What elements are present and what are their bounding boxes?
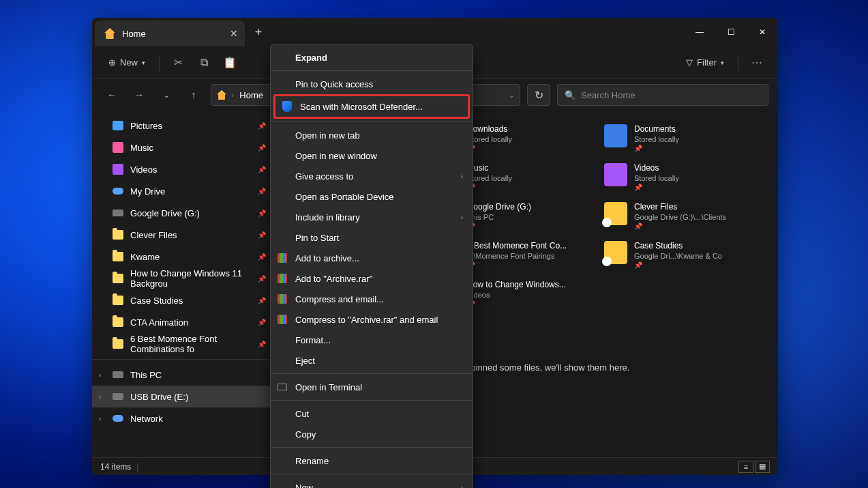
- chevron-right-icon[interactable]: ›: [99, 371, 101, 379]
- tiles-view-icon[interactable]: ▦: [755, 461, 770, 473]
- tab-home[interactable]: Home ✕: [95, 20, 245, 46]
- shield-icon: [282, 101, 292, 112]
- pin-icon: 📌: [258, 319, 266, 326]
- ctx-pin-to-quick-access[interactable]: Pin to Quick access: [271, 74, 473, 94]
- ctx-scan-with-microsoft-defender-[interactable]: Scan with Microsoft Defender...: [275, 96, 468, 117]
- ctx-pin-to-start[interactable]: Pin to Start: [271, 227, 473, 248]
- ctx-open-as-portable-device[interactable]: Open as Portable Device: [271, 186, 473, 207]
- ctx-cut[interactable]: Cut: [271, 403, 473, 424]
- refresh-button[interactable]: ↻: [527, 84, 550, 106]
- search-icon: 🔍: [565, 90, 575, 100]
- ctx-open-in-new-window[interactable]: Open in new window: [271, 145, 473, 166]
- close-button[interactable]: ✕: [747, 18, 778, 46]
- pin-icon: 📌: [258, 275, 266, 283]
- cut-icon[interactable]: ✂: [166, 51, 190, 74]
- pin-icon: 📌: [467, 261, 567, 269]
- ctx-compress-to-archive-rar-and-em[interactable]: Compress to "Archive.rar" and email: [271, 309, 473, 330]
- sidebar-item-my-drive[interactable]: My Drive📌: [92, 180, 273, 202]
- chevron-right-icon[interactable]: ›: [99, 415, 101, 422]
- ctx-give-access-to[interactable]: Give access to›: [271, 166, 473, 186]
- pin-icon: 📌: [467, 184, 512, 191]
- folder-icon: [604, 124, 627, 147]
- sidebar: Pictures📌Music📌Videos📌My Drive📌Google Dr…: [92, 111, 273, 457]
- more-icon[interactable]: ⋯: [745, 51, 768, 74]
- ctx-add-to-archive-rar-[interactable]: Add to "Archive.rar": [271, 268, 473, 289]
- sidebar-item-google-drive-g-[interactable]: Google Drive (G:)📌: [92, 202, 273, 224]
- term-icon: [278, 384, 287, 390]
- window-controls: — ☐ ✕: [684, 18, 778, 46]
- tile-case-studies[interactable]: Case Studies Google Dri...\Kwame & Co 📌: [604, 241, 751, 269]
- folder-icon: [604, 163, 627, 186]
- ctx-open-in-new-tab[interactable]: Open in new tab: [271, 125, 473, 145]
- pin-icon: 📌: [634, 184, 679, 191]
- ctx-new[interactable]: New›: [271, 477, 473, 488]
- tile-videos[interactable]: Videos Stored locally 📌: [604, 163, 751, 191]
- sidebar-nav-network[interactable]: ›Network: [92, 407, 273, 429]
- sidebar-item-clever-files[interactable]: Clever Files📌: [92, 224, 273, 246]
- back-button[interactable]: ←: [102, 85, 122, 105]
- titlebar: Home ✕ + — ☐ ✕: [92, 18, 778, 46]
- sidebar-item-case-studies[interactable]: Case Studies📌: [92, 289, 273, 311]
- context-menu: ExpandPin to Quick accessScan with Micro…: [270, 44, 473, 488]
- ctx-compress-and-email-[interactable]: Compress and email...: [271, 289, 473, 309]
- pin-icon: 📌: [634, 145, 679, 152]
- sidebar-item-kwame[interactable]: Kwame📌: [92, 246, 273, 268]
- ctx-open-in-terminal[interactable]: Open in Terminal: [271, 377, 473, 397]
- pin-icon: 📌: [258, 144, 266, 152]
- ctx-rename[interactable]: Rename: [271, 450, 473, 471]
- minimize-button[interactable]: —: [684, 18, 715, 46]
- chevron-right-icon: ›: [461, 214, 463, 221]
- item-count: 14 items: [100, 462, 131, 472]
- copy-icon[interactable]: ⧉: [192, 51, 215, 74]
- filter-label: Filter: [697, 57, 717, 68]
- sidebar-item-cta-animation[interactable]: CTA Animation📌: [92, 311, 273, 333]
- sidebar-item-music[interactable]: Music📌: [92, 137, 273, 158]
- search-input[interactable]: 🔍 Search Home: [557, 84, 768, 106]
- pin-icon: 📌: [634, 223, 726, 230]
- close-tab-icon[interactable]: ✕: [230, 28, 238, 39]
- up-button[interactable]: ↑: [183, 85, 204, 105]
- sidebar-item-videos[interactable]: Videos📌: [92, 158, 273, 180]
- new-tab-button[interactable]: +: [245, 18, 272, 46]
- sidebar-nav-this-pc[interactable]: ›This PC: [92, 364, 273, 386]
- sidebar-item-pictures[interactable]: Pictures📌: [92, 115, 273, 137]
- archive-icon: [278, 253, 287, 263]
- archive-icon: [278, 315, 287, 324]
- chevron-down-icon: ▾: [142, 59, 145, 66]
- pin-icon: 📌: [467, 223, 531, 230]
- chevron-right-icon[interactable]: ›: [99, 393, 101, 401]
- new-button-label: New: [120, 57, 138, 68]
- ctx-format-[interactable]: Format...: [271, 330, 473, 350]
- pin-icon: 📌: [634, 261, 722, 269]
- pin-icon: 📌: [258, 210, 266, 217]
- ctx-copy[interactable]: Copy: [271, 424, 473, 444]
- ctx-include-in-library[interactable]: Include in library›: [271, 207, 473, 227]
- chevron-down-icon[interactable]: ⌄: [509, 91, 514, 99]
- plus-circle-icon: ⊕: [108, 57, 116, 68]
- new-button[interactable]: ⊕ New ▾: [102, 53, 152, 72]
- maximize-button[interactable]: ☐: [715, 18, 747, 46]
- pin-icon: 📌: [258, 166, 266, 173]
- sidebar-item-how-to-change-window[interactable]: How to Change Windows 11 Backgrou📌: [92, 268, 273, 289]
- pin-icon: 📌: [258, 231, 266, 239]
- paste-icon[interactable]: 📋: [218, 51, 241, 74]
- ctx-expand[interactable]: Expand: [271, 47, 473, 68]
- tile-documents[interactable]: Documents Stored locally 📌: [604, 124, 751, 152]
- sidebar-item-6-best-momence-font-[interactable]: 6 Best Momence Font Combinations fo📌: [92, 333, 273, 355]
- pin-icon: 📌: [467, 145, 512, 152]
- ctx-eject[interactable]: Eject: [271, 350, 473, 371]
- pin-icon: 📌: [258, 253, 266, 261]
- chevron-right-icon: ›: [461, 484, 463, 489]
- home-icon: [217, 90, 226, 100]
- ctx-add-to-archive-[interactable]: Add to archive...: [271, 248, 473, 268]
- filter-button[interactable]: ▽ Filter ▾: [679, 53, 731, 72]
- sidebar-nav-usb-drive-e-[interactable]: ›USB Drive (E:): [92, 386, 273, 407]
- details-view-icon[interactable]: ≡: [738, 461, 753, 473]
- tab-title: Home: [122, 29, 146, 39]
- pin-icon: 📌: [467, 300, 566, 308]
- tile-clever-files[interactable]: Clever Files Google Drive (G:)\...\Clien…: [604, 202, 751, 230]
- folder-icon: [604, 241, 627, 264]
- forward-button[interactable]: →: [129, 85, 149, 105]
- recent-button[interactable]: ⌄: [156, 85, 177, 105]
- pin-icon: 📌: [258, 297, 266, 304]
